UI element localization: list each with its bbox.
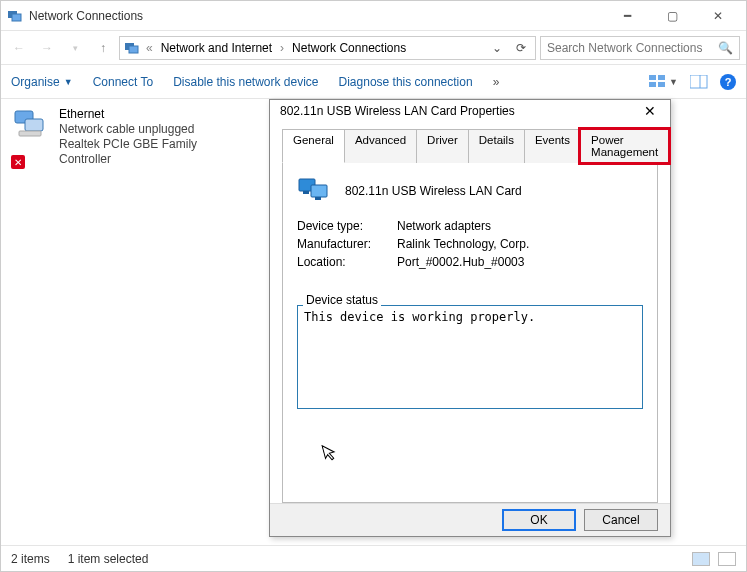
minimize-button[interactable]: ━ xyxy=(605,2,650,30)
dialog-close-button[interactable]: ✕ xyxy=(640,103,660,119)
value-location: Port_#0002.Hub_#0003 xyxy=(397,255,524,269)
tab-driver[interactable]: Driver xyxy=(416,129,469,163)
svg-rect-7 xyxy=(658,82,665,87)
location-icon xyxy=(124,40,140,56)
chevron-down-icon: ▼ xyxy=(64,77,73,87)
more-commands[interactable]: » xyxy=(493,75,500,89)
disable-device-button[interactable]: Disable this network device xyxy=(173,75,318,89)
tab-power-management[interactable]: Power Management xyxy=(580,129,669,163)
up-button[interactable]: ↑ xyxy=(91,36,115,60)
label-device-type: Device type: xyxy=(297,219,397,233)
forward-button[interactable]: → xyxy=(35,36,59,60)
address-dropdown[interactable]: ⌄ xyxy=(487,41,507,55)
status-selected-count: 1 item selected xyxy=(68,552,149,566)
breadcrumb-part[interactable]: Network and Internet xyxy=(159,41,274,55)
device-icon xyxy=(297,177,333,205)
adapter-status: Network cable unplugged xyxy=(59,122,251,137)
help-icon[interactable]: ? xyxy=(720,74,736,90)
close-button[interactable]: ✕ xyxy=(695,2,740,30)
value-manufacturer: Ralink Technology, Corp. xyxy=(397,237,529,251)
ok-button[interactable]: OK xyxy=(502,509,576,531)
status-bar: 2 items 1 item selected xyxy=(1,545,746,571)
svg-rect-11 xyxy=(25,119,43,131)
search-input[interactable]: Search Network Connections 🔍 xyxy=(540,36,740,60)
window-titlebar: Network Connections ━ ▢ ✕ xyxy=(1,1,746,31)
adapter-icon: ✕ xyxy=(11,107,51,167)
tab-events[interactable]: Events xyxy=(524,129,581,163)
device-name: 802.11n USB Wireless LAN Card xyxy=(345,184,522,198)
window-title: Network Connections xyxy=(29,9,605,23)
label-location: Location: xyxy=(297,255,397,269)
label-device-status: Device status xyxy=(303,293,381,307)
tab-advanced[interactable]: Advanced xyxy=(344,129,417,163)
adapter-name: Ethernet xyxy=(59,107,251,122)
mouse-cursor-icon xyxy=(321,441,339,462)
svg-rect-15 xyxy=(303,191,309,194)
adapter-item-ethernet[interactable]: ✕ Ethernet Network cable unplugged Realt… xyxy=(1,99,261,175)
svg-rect-3 xyxy=(129,46,138,53)
svg-rect-4 xyxy=(649,75,656,80)
dialog-tabs: General Advanced Driver Details Events P… xyxy=(282,128,658,163)
svg-rect-8 xyxy=(690,75,707,88)
error-badge-icon: ✕ xyxy=(11,155,25,169)
svg-rect-6 xyxy=(649,82,656,87)
connect-to-button[interactable]: Connect To xyxy=(93,75,154,89)
recent-dropdown[interactable]: ▾ xyxy=(63,36,87,60)
device-status-text[interactable] xyxy=(297,305,643,409)
dialog-button-row: OK Cancel xyxy=(270,503,670,536)
command-bar: Organise▼ Connect To Disable this networ… xyxy=(1,65,746,99)
address-bar[interactable]: « Network and Internet › Network Connect… xyxy=(119,36,536,60)
search-icon: 🔍 xyxy=(718,41,733,55)
svg-rect-5 xyxy=(658,75,665,80)
label-manufacturer: Manufacturer: xyxy=(297,237,397,251)
svg-rect-16 xyxy=(315,197,321,200)
status-item-count: 2 items xyxy=(11,552,50,566)
tab-general[interactable]: General xyxy=(282,129,345,163)
back-button[interactable]: ← xyxy=(7,36,31,60)
organise-menu[interactable]: Organise▼ xyxy=(11,75,73,89)
maximize-button[interactable]: ▢ xyxy=(650,2,695,30)
chevron-right-icon: › xyxy=(278,41,286,55)
diagnose-button[interactable]: Diagnose this connection xyxy=(339,75,473,89)
svg-rect-1 xyxy=(12,14,21,21)
breadcrumb-sep: « xyxy=(144,41,155,55)
value-device-type: Network adapters xyxy=(397,219,491,233)
tab-panel-general: 802.11n USB Wireless LAN Card Device typ… xyxy=(282,163,658,503)
preview-pane-button[interactable] xyxy=(690,75,708,89)
svg-rect-12 xyxy=(19,131,41,136)
search-placeholder: Search Network Connections xyxy=(547,41,712,55)
view-options-button[interactable]: ▼ xyxy=(649,75,678,89)
adapter-device: Realtek PCIe GBE Family Controller xyxy=(59,137,251,167)
tab-details[interactable]: Details xyxy=(468,129,525,163)
details-view-button[interactable] xyxy=(692,552,710,566)
breadcrumb-part[interactable]: Network Connections xyxy=(290,41,408,55)
properties-dialog: 802.11n USB Wireless LAN Card Properties… xyxy=(269,99,671,537)
cancel-button[interactable]: Cancel xyxy=(584,509,658,531)
svg-rect-14 xyxy=(311,185,327,197)
navigation-bar: ← → ▾ ↑ « Network and Internet › Network… xyxy=(1,31,746,65)
large-icons-view-button[interactable] xyxy=(718,552,736,566)
app-icon xyxy=(7,8,23,24)
refresh-button[interactable]: ⟳ xyxy=(511,41,531,55)
dialog-title: 802.11n USB Wireless LAN Card Properties xyxy=(280,104,640,118)
dialog-titlebar: 802.11n USB Wireless LAN Card Properties… xyxy=(270,100,670,122)
